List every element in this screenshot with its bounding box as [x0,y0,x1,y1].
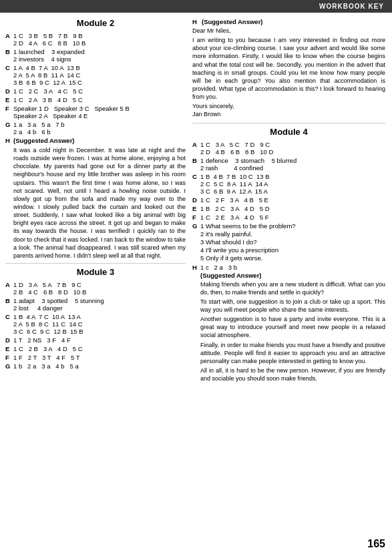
right-column: H (Suggested Answer) Dear Mr Niles, I am… [192,18,385,387]
module2-A-row1: 1 C 3 B 5 B 7 B 9 B [13,32,85,39]
module3-section-G: G 1 b 2 a 3 a 4 b 5 a [5,362,186,370]
module4-G-item3: 3 What should I do? [200,238,296,246]
module2-title: Module 2 [5,18,186,28]
module3-section-E: E 1 C 2 B 3 A 4 D 5 C [5,345,186,352]
module2-C-row2: 2 A 5 A 8 B 11 A 14 C [13,71,82,79]
module2-section-F: F Speaker 1 D Speaker 3 C Speaker 5 B Sp… [5,105,186,119]
m3-label-G: G [5,362,13,370]
module4-section-H: H 1 c 2 a 3 b (Suggested Answer) Making … [192,264,385,384]
module2-G-row1: 1 a 3 a 5 a 7 b [13,121,65,128]
module2-F-answers: Speaker 1 D Speaker 3 C Speaker 5 B Spea… [13,105,130,119]
module4-H-content: 1 c 2 a 3 b (Suggested Answer) Making fr… [200,264,385,384]
module4-section-B: B 1 defence 3 stomach 5 blurred 2 rash 4… [192,157,385,172]
label-B: B [5,48,13,63]
module4-E-answers: 1 B 2 C 3 A 4 D 5 D [200,205,270,212]
label-D: D [5,87,13,95]
module3-section-A: A 1 D 3 A 5 A 7 B 9 C 2 B 4 C 6 B 8 D 10… [5,281,186,296]
module3: Module 3 A 1 D 3 A 5 A 7 B 9 C 2 B 4 C 6… [5,267,186,370]
module4-C-answers: 1 B 4 B 7 B 10 C 13 B 2 C 5 C 8 A 11 A 1… [200,173,270,195]
module3-D-answers: 1 T 2 NS 3 F 4 F [13,336,71,344]
label-F: F [5,105,13,119]
module4-H-title: (Suggested Answer) [200,272,385,279]
module3-A-row2: 2 B 4 C 6 B 8 D 10 B [13,288,86,296]
module2-C-row3: 3 B 6 B 9 C 12 A 15 C [13,79,82,86]
right-H-title: (Suggested Answer) [202,18,263,25]
label-C: C [5,64,13,86]
module3-A-answers: 1 D 3 A 5 A 7 B 9 C 2 B 4 C 6 B 8 D 10 B [13,281,86,296]
module4-D-answers: 1 C 2 F 3 A 4 B 5 E [200,196,268,204]
module4-G-item4: 4 I'll write you a prescription [200,246,296,254]
module2-section-G: G 1 a 3 a 5 a 7 b 2 a 4 b 6 b [5,121,186,135]
module4-G-answers: 1 What seems to be the problem? 2 it's r… [200,222,296,262]
module2-F-row2: Speaker 2 A Speaker 4 E [13,112,130,119]
right-H-body: Dear Mr Niles, I am writing to you becau… [192,27,385,119]
module2-F-row1: Speaker 1 D Speaker 3 C Speaker 5 B [13,105,130,112]
module2-E-row1: 1 C 2 A 3 B 4 D 5 C [13,96,83,103]
m4-label-E: E [192,205,200,212]
module2-C-answers: 1 A 4 B 7 A 10 A 13 B 2 A 5 A 8 B 11 A 1… [13,64,82,86]
salutation: Dear Mr Niles, [192,27,385,35]
right-H-header: H (Suggested Answer) [192,18,385,25]
module4-D-row1: 1 C 2 F 3 A 4 B 5 E [200,196,268,204]
module3-C-row2: 2 A 5 B 8 C 11 C 14 C [13,320,83,328]
content: Module 2 A 1 C 3 B 5 B 7 B 9 B 2 D 4 A 6… [0,13,392,392]
module4-B-row2: 2 rash 4 confined [200,164,297,172]
module3-E-row1: 1 C 2 B 3 A 4 D 5 C [13,345,83,352]
module3-E-answers: 1 C 2 B 3 A 4 D 5 C [13,345,83,352]
name: Jan Brown [192,110,385,118]
module2-H-text: It was a cold night in December. It was … [13,146,186,260]
module2-B-answers: 1 launched 3 expanded 2 investors 4 sign… [13,48,85,63]
label-E: E [5,96,13,103]
closing: Yours sincerely, [192,102,385,110]
label-G: G [5,121,13,135]
right-H-label: H [192,18,202,25]
module4-E-row1: 1 B 2 C 3 A 4 D 5 D [200,205,270,212]
module4-section-D: D 1 C 2 F 3 A 4 B 5 E [192,196,385,204]
m4-label-H: H [192,264,200,384]
module3-C-answers: 1 B 4 A 7 C 10 A 13 A 2 A 5 B 8 C 11 C 1… [13,313,83,335]
module2-section-A: A 1 C 3 B 5 B 7 B 9 B 2 D 4 A 6 C 8 B 10… [5,32,186,47]
m4-label-C: C [192,173,200,195]
module4-G-item2: 2 it's really painful. [200,230,296,238]
module2-D-row1: 1 C 2 C 3 A 4 C 5 C [13,87,83,95]
m4-label-B: B [192,157,200,172]
left-column: Module 2 A 1 C 3 B 5 B 7 B 9 B 2 D 4 A 6… [5,18,186,387]
m4-label-F: F [192,214,200,221]
module3-F-answers: 1 F 2 T 3 T 4 F 5 T [13,354,79,361]
right-module2-H: H (Suggested Answer) Dear Mr Niles, I am… [192,18,385,119]
module2-G-row2: 2 a 4 b 6 b [13,128,65,135]
module4-C-row2: 2 C 5 C 8 A 11 A 14 A [200,180,270,188]
module2-B-row1: 1 launched 3 expanded [13,48,85,55]
divider1 [5,263,186,264]
module3-C-row3: 3 C 6 C 9 C 12 B 15 B [13,328,83,335]
module4-C-row1: 1 B 4 B 7 B 10 C 13 B [200,173,270,180]
module4-title: Module 4 [192,127,385,137]
divider2 [192,123,385,123]
module2-B-row2: 2 investors 4 signs [13,55,85,63]
m3-label-C: C [5,313,13,335]
module3-A-row1: 1 D 3 A 5 A 7 B 9 C [13,281,86,288]
module3-C-row1: 1 B 4 A 7 C 10 A 13 A [13,313,83,320]
module2-section-H: H (Suggested Answer) It was a cold night… [5,137,186,260]
module4: Module 4 A 1 C 3 A 5 C 7 D 9 C 2 D 4 B 6… [192,127,385,384]
header-title: WORKBOOK KEY [319,3,384,10]
module2-E-answers: 1 C 2 A 3 B 4 D 5 C [13,96,83,103]
module4-section-A: A 1 C 3 A 5 C 7 D 9 C 2 D 4 B 6 B 8 B 10… [192,141,385,156]
m3-label-F: F [5,354,13,361]
module2-C-row1: 1 A 4 B 7 A 10 A 13 B [13,64,82,71]
label-H: H [5,137,13,260]
module4-H-c: 1 c 2 a 3 b [200,264,385,271]
module2-section-B: B 1 launched 3 expanded 2 investors 4 si… [5,48,186,63]
module4-C-row3: 3 C 6 B 9 A 12 A 15 A [200,188,270,195]
m3-label-A: A [5,281,13,296]
module4-A-row2: 2 D 4 B 6 B 8 B 10 D [200,148,273,156]
header: WORKBOOK KEY [0,0,392,13]
module3-B-row1: 1 adapt 3 spotted 5 stunning [13,297,104,304]
module3-section-B: B 1 adapt 3 spotted 5 stunning 2 lost 4 … [5,297,186,312]
module2-H-content: (Suggested Answer) It was a cold night i… [13,137,186,260]
module4-section-F: F 1 C 2 E 3 A 4 D 5 F [192,214,385,221]
module3-section-F: F 1 F 2 T 3 T 4 F 5 T [5,354,186,361]
module2-D-answers: 1 C 2 C 3 A 4 C 5 C [13,87,83,95]
module3-D-row1: 1 T 2 NS 3 F 4 F [13,336,71,344]
m4-label-D: D [192,196,200,204]
